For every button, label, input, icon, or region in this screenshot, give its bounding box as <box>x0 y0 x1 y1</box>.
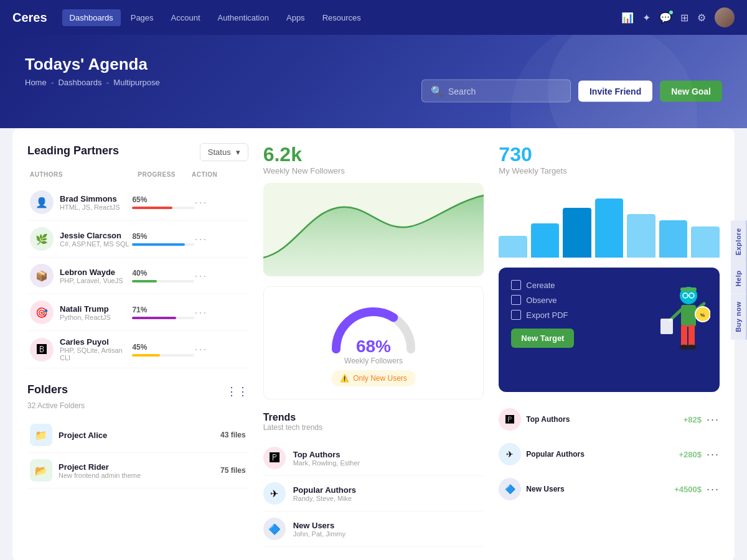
search-input[interactable] <box>448 86 561 96</box>
trend-icon: 🅿 <box>263 447 286 469</box>
chevron-down-icon: ▾ <box>236 147 240 157</box>
side-tab-buy-now[interactable]: Buy now <box>731 294 747 339</box>
new-target-button[interactable]: New Target <box>511 329 574 348</box>
table-row: 📦 Lebron Wayde PHP, Laravel, VueJS 40% ·… <box>27 258 248 294</box>
trend-info: New Users John, Pat, Jimmy <box>293 521 345 538</box>
dark-trend-name: New Users <box>521 485 674 493</box>
progress-bar <box>132 354 160 357</box>
progress-pct: 65% <box>132 195 194 204</box>
author-info: 🎯 Natali Trump Python, ReactJS <box>30 301 132 324</box>
user-avatar[interactable] <box>715 7 735 27</box>
progress-pct: 85% <box>132 232 194 241</box>
invite-friend-button[interactable]: Invite Friend <box>578 80 652 101</box>
nav-link-account[interactable]: Account <box>164 9 208 26</box>
sparkle-icon[interactable]: ✦ <box>642 12 651 24</box>
checkbox-observe[interactable] <box>511 295 521 305</box>
folder-icon: 📁 <box>30 424 52 446</box>
bar <box>627 214 655 258</box>
hero-actions: 🔍 Invite Friend New Goal <box>421 80 722 103</box>
dark-trend-dots[interactable]: ··· <box>707 483 720 496</box>
trend-icon: ✈ <box>263 482 286 505</box>
progress-bar <box>132 207 172 209</box>
svg-rect-5 <box>681 305 696 327</box>
page-title: Todays' Agenda <box>25 55 722 74</box>
progress-cell: 85% <box>132 232 194 246</box>
progress-cell: 40% <box>132 269 194 282</box>
brand-logo: Ceres <box>12 11 47 25</box>
progress-bar <box>132 280 157 282</box>
svg-rect-10 <box>688 325 695 347</box>
folder-count: 32 Active Folders <box>27 401 248 410</box>
folders-list: 📁 Project Alice 43 files 📂 Project Rider… <box>27 418 248 488</box>
progress-pct: 45% <box>132 343 194 352</box>
author-skills: PHP, Laravel, VueJS <box>60 277 123 284</box>
nav-link-pages[interactable]: Pages <box>123 9 161 26</box>
trend-item: 🅿 Top Authors Mark, Rowling, Esther <box>263 441 484 476</box>
side-tab-help[interactable]: Help <box>731 263 747 294</box>
svg-rect-9 <box>681 325 687 347</box>
followers-label: Weekly New Followers <box>263 166 484 175</box>
author-info: 🌿 Jessie Clarcson C#, ASP.NET, MS SQL <box>30 227 132 251</box>
action-dots[interactable]: ··· <box>194 196 245 209</box>
weekly-followers-section: 6.2k Weekly New Followers <box>263 143 484 276</box>
dark-trend-icon: 🔷 <box>499 478 521 500</box>
author-skills: C#, ASP.NET, MS SQL <box>60 240 129 248</box>
bar <box>595 198 624 258</box>
progress-pct: 71% <box>132 306 194 314</box>
dark-trend-dots[interactable]: ··· <box>707 413 720 426</box>
author-details: Lebron Wayde PHP, Laravel, VueJS <box>60 268 123 284</box>
dark-trend-item: 🅿 Top Authors +82$ ··· <box>499 402 720 437</box>
trends-list: 🅿 Top Authors Mark, Rowling, Esther ✈ Po… <box>263 441 484 547</box>
bar-chart-icon[interactable]: 📊 <box>621 12 634 24</box>
message-icon[interactable]: 💬 <box>659 12 672 24</box>
list-item: 📂 Project Rider New frontend admin theme… <box>27 453 248 488</box>
author-info: 🅱 Carles Puyol PHP, SQLite, Artisan CLI <box>30 337 132 362</box>
action-dots[interactable]: ··· <box>194 306 245 319</box>
folder-files: 43 files <box>220 431 246 439</box>
grid-icon[interactable]: ⊞ <box>680 12 688 24</box>
trend-desc: John, Pat, Jimmy <box>293 530 345 538</box>
status-dropdown[interactable]: Status ▾ <box>200 143 248 161</box>
right-panel: 730 My Weekly Targets Cereate Observe <box>499 143 720 547</box>
author-name: Jessie Clarcson <box>60 231 129 240</box>
nav-link-authentication[interactable]: Authentication <box>210 9 276 26</box>
side-tab-explore[interactable]: Explore <box>731 220 747 263</box>
table-row: 🅱 Carles Puyol PHP, SQLite, Artisan CLI … <box>27 331 248 368</box>
breadcrumb: Home - Dashboards - Multipurpose <box>25 78 722 87</box>
action-dots[interactable]: ··· <box>194 269 245 282</box>
nav-links: Dashboards Pages Account Authentication … <box>62 9 369 26</box>
nav-link-dashboards[interactable]: Dashboards <box>62 9 121 26</box>
action-dots[interactable]: ··· <box>194 343 245 356</box>
left-panel: Leading Partners Status ▾ AUTHORS PROGRE… <box>27 143 248 547</box>
trend-info: Popular Authors Randy, Steve, Mike <box>293 485 356 502</box>
progress-bar-bg <box>132 317 194 319</box>
folder-info: Project Alice <box>59 431 220 440</box>
folders-dots[interactable]: ⋮⋮ <box>226 385 248 398</box>
dark-trend-amount: +280$ <box>679 450 702 459</box>
progress-bar <box>132 317 176 319</box>
author-details: Natali Trump Python, ReactJS <box>60 304 111 321</box>
side-tabs: Explore Help Buy now <box>731 220 747 339</box>
search-box[interactable]: 🔍 <box>421 80 571 103</box>
author-details: Brad Simmons HTML, JS, ReactJS <box>60 194 120 211</box>
trend-icon: 🔷 <box>263 518 286 540</box>
trend-desc: Mark, Rowling, Esther <box>293 459 360 467</box>
weekly-targets-label: My Weekly Targets <box>499 166 720 175</box>
followers-stat: 6.2k <box>263 143 484 166</box>
svg-rect-1 <box>680 287 697 291</box>
nav-link-apps[interactable]: Apps <box>279 9 312 26</box>
settings-icon[interactable]: ⚙ <box>697 12 706 24</box>
dark-trend-name: Popular Authors <box>521 450 679 459</box>
author-avatar: 👤 <box>30 190 54 214</box>
dark-trend-dots[interactable]: ··· <box>707 448 720 461</box>
author-details: Jessie Clarcson C#, ASP.NET, MS SQL <box>60 231 129 248</box>
checkbox-export-pdf[interactable] <box>511 310 521 320</box>
action-dots[interactable]: ··· <box>194 233 245 246</box>
bar <box>691 226 720 258</box>
trend-desc: Randy, Steve, Mike <box>293 495 356 502</box>
nav-link-resources[interactable]: Resources <box>315 9 369 26</box>
folder-name: Project Rider <box>59 462 220 472</box>
author-details: Carles Puyol PHP, SQLite, Artisan CLI <box>60 337 132 362</box>
checkbox-cereate[interactable] <box>511 280 521 290</box>
new-goal-button[interactable]: New Goal <box>660 80 722 101</box>
